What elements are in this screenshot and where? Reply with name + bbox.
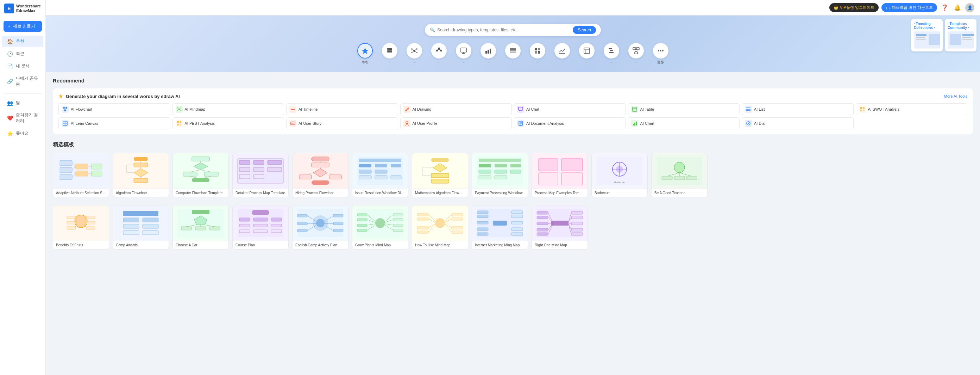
svg-rect-234 xyxy=(123,230,139,235)
ai-timeline-icon xyxy=(290,106,296,113)
template-how-mindmap[interactable]: How To Use Mind Map xyxy=(412,205,468,249)
category-flowchart[interactable]: - xyxy=(379,43,400,65)
ai-lean-icon xyxy=(62,120,68,127)
search-input[interactable] xyxy=(437,27,573,32)
svg-rect-155 xyxy=(312,163,329,167)
svg-rect-313 xyxy=(477,233,488,235)
template-process-examples-name: Process Map Examples Templ... xyxy=(532,188,587,197)
category-recommended[interactable]: 추천 xyxy=(355,43,375,65)
svg-rect-326 xyxy=(571,211,582,214)
svg-rect-149 xyxy=(239,168,250,172)
template-barbecue[interactable]: Barbecue Barbecue xyxy=(591,153,648,197)
crown-icon: 👑 xyxy=(834,5,838,10)
template-good-teacher[interactable]: Be A Good Teacher xyxy=(651,153,708,197)
category-infographic[interactable]: - xyxy=(527,43,548,65)
svg-line-67 xyxy=(178,108,178,109)
vip-upgrade-button[interactable]: 👑 VIP플랜 업그레이드 xyxy=(829,3,879,12)
template-english-camp[interactable]: English Camp Activity Plan xyxy=(292,205,348,249)
more-tools-link[interactable]: More AI Tools xyxy=(944,94,967,98)
ai-chat-tool[interactable]: AI Chat xyxy=(514,103,626,115)
svg-point-258 xyxy=(316,219,325,227)
new-button[interactable]: ＋ 새로 만들기 xyxy=(3,21,42,32)
flowchart-icon xyxy=(382,43,398,59)
template-payment[interactable]: Payment Processing Workflow xyxy=(472,153,528,197)
ai-doc-analysis-tool[interactable]: AI Document Analysis xyxy=(514,117,626,129)
svg-rect-49 xyxy=(916,37,925,38)
svg-rect-315 xyxy=(511,215,523,218)
template-grow-plants[interactable]: Grow Plants Mind Map xyxy=(352,205,408,249)
svg-rect-210 xyxy=(686,176,697,180)
template-right-one[interactable]: Right One Mind Map xyxy=(531,205,588,249)
ai-list-tool[interactable]: AI List xyxy=(742,103,854,115)
sidebar-item-shared[interactable]: 🔗 나에게 공유됨 xyxy=(2,73,43,90)
template-course-plan[interactable]: Course Plan xyxy=(232,205,289,249)
category-org[interactable]: - xyxy=(428,43,450,65)
home-icon: 🏠 xyxy=(7,39,13,45)
ai-flowchart-tool[interactable]: AI Flowchart xyxy=(59,103,170,115)
search-button[interactable]: Search xyxy=(573,26,596,34)
svg-marker-127 xyxy=(134,169,148,177)
category-bar[interactable]: - xyxy=(552,43,573,65)
template-algorithm[interactable]: Algorithm Flowchart xyxy=(113,153,169,197)
category-swimlane[interactable]: - xyxy=(502,43,523,65)
template-process-map[interactable]: Detailed Process Map Template xyxy=(232,153,289,197)
svg-rect-316 xyxy=(511,221,523,224)
ai-drawing-tool[interactable]: AI Drawing xyxy=(400,103,512,115)
category-gantt[interactable]: - xyxy=(601,43,622,65)
category-chart[interactable]: - xyxy=(478,43,499,65)
svg-rect-246 xyxy=(252,210,269,215)
template-camp-awards[interactable]: Camp Awards xyxy=(113,205,169,249)
category-mindmap[interactable]: - xyxy=(404,43,425,65)
sidebar-item-team[interactable]: 👥 팀 xyxy=(2,97,43,109)
svg-rect-159 xyxy=(312,180,329,185)
notification-icon-button[interactable]: 🔔 xyxy=(953,3,963,12)
svg-line-43 xyxy=(636,50,638,52)
ai-swot-tool[interactable]: AI SWOT Analysis xyxy=(856,103,968,115)
trending-widget[interactable]: · Trending Collections · xyxy=(911,19,943,51)
user-avatar[interactable]: 👤 xyxy=(965,3,974,12)
ai-drawing-icon xyxy=(403,106,410,113)
category-concept[interactable]: - xyxy=(576,43,597,65)
sidebar-item-favorites[interactable]: ⭐ 좋아요 xyxy=(2,128,43,139)
ai-user-profile-tool[interactable]: AI User Profile xyxy=(400,117,512,129)
desktop-download-button[interactable]: ↓ ↓ 데스크탑 버전 다운로드 xyxy=(881,3,937,12)
svg-line-142 xyxy=(200,170,211,172)
template-internet-marketing[interactable]: Internet Marketing Ming Map xyxy=(472,205,528,249)
template-computer-flowchart[interactable]: Computer Flowchart Template xyxy=(172,153,229,197)
ai-lean-tool[interactable]: AI Lean Canvas xyxy=(59,117,170,129)
ai-dial-tool[interactable]: AI Dial xyxy=(742,117,854,129)
ai-chart-tool[interactable]: AI Chart xyxy=(628,117,740,129)
ai-timeline-tool[interactable]: AI Timeline xyxy=(286,103,398,115)
ai-table-tool[interactable]: AI Table xyxy=(628,103,740,115)
template-choose-car[interactable]: Choose A Car xyxy=(172,205,229,249)
template-math-algo[interactable]: Mathematics Algorithm Flow... xyxy=(412,153,468,197)
svg-rect-88 xyxy=(863,107,865,109)
svg-marker-136 xyxy=(194,163,208,170)
svg-rect-231 xyxy=(143,218,158,222)
category-presentation[interactable]: - xyxy=(453,43,474,65)
sidebar-item-recent[interactable]: 🕐 최근 xyxy=(2,48,43,59)
svg-rect-150 xyxy=(253,168,264,172)
svg-rect-48 xyxy=(916,34,926,36)
template-hiring[interactable]: Hiring Process Flowchart xyxy=(292,153,348,197)
svg-rect-280 xyxy=(393,229,403,231)
ai-pest-tool[interactable]: AI PEST Analysis xyxy=(172,117,285,129)
ai-mindmap-tool[interactable]: AI Mindmap xyxy=(172,103,285,115)
sidebar-item-home[interactable]: 🏠 추천 xyxy=(2,36,43,47)
sidebar-item-documents[interactable]: 📄 내 문서 xyxy=(2,60,43,72)
template-adaptive[interactable]: Adaptive Attribute Selection S... xyxy=(53,153,109,197)
svg-line-143 xyxy=(190,176,197,178)
svg-rect-153 xyxy=(253,174,264,179)
category-more[interactable]: 更多 xyxy=(650,43,671,65)
template-process-examples[interactable]: Process Map Examples Templ... xyxy=(531,153,588,197)
template-fruits[interactable]: Benefits Of Fruits xyxy=(53,205,109,249)
community-widget[interactable]: · Templates Community · xyxy=(945,19,977,51)
svg-line-69 xyxy=(178,110,178,110)
sidebar-item-gallery[interactable]: ❤️ 즐겨찾기 결러리 xyxy=(2,109,43,127)
category-uml[interactable]: - xyxy=(625,43,647,65)
ai-user-story-tool[interactable]: AI User Story xyxy=(286,117,398,129)
help-icon-button[interactable]: ❓ xyxy=(940,3,950,12)
ai-header: ★ Generate your diagram in several words… xyxy=(59,93,967,99)
svg-rect-217 xyxy=(67,221,76,224)
template-issue-resolution[interactable]: Issue Resolution Workflow Di... xyxy=(352,153,408,197)
